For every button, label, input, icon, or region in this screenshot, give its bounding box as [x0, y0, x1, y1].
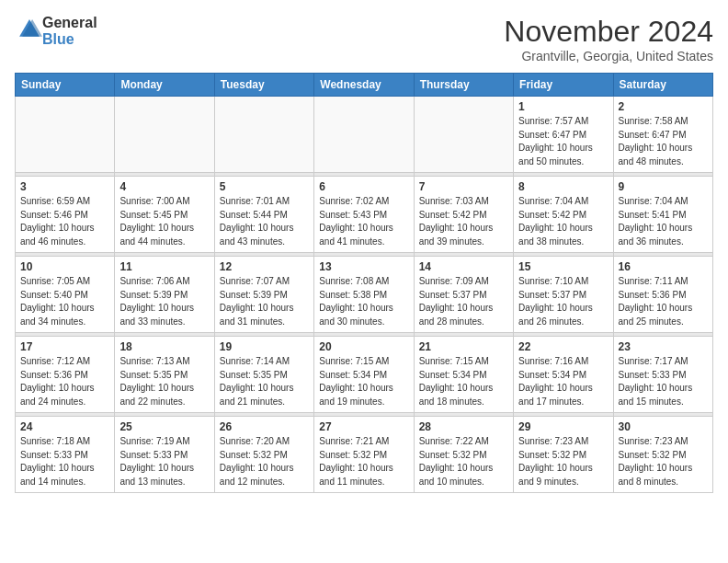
calendar-cell-1-0: 3Sunrise: 6:59 AM Sunset: 5:46 PM Daylig…	[16, 177, 115, 253]
day-number: 4	[119, 180, 209, 193]
day-info: Sunrise: 7:09 AM Sunset: 5:37 PM Dayligh…	[419, 275, 508, 328]
day-info: Sunrise: 7:12 AM Sunset: 5:36 PM Dayligh…	[20, 355, 109, 408]
week-row-2: 3Sunrise: 6:59 AM Sunset: 5:46 PM Daylig…	[16, 177, 713, 253]
day-info: Sunrise: 7:00 AM Sunset: 5:45 PM Dayligh…	[119, 195, 209, 248]
week-row-5: 24Sunrise: 7:18 AM Sunset: 5:33 PM Dayli…	[16, 417, 713, 493]
calendar-cell-1-4: 7Sunrise: 7:03 AM Sunset: 5:42 PM Daylig…	[414, 177, 513, 253]
day-number: 8	[518, 180, 608, 193]
day-info: Sunrise: 7:01 AM Sunset: 5:44 PM Dayligh…	[220, 195, 309, 248]
day-info: Sunrise: 7:08 AM Sunset: 5:38 PM Dayligh…	[319, 275, 408, 328]
location: Grantville, Georgia, United States	[504, 49, 713, 63]
calendar-cell-2-2: 12Sunrise: 7:07 AM Sunset: 5:39 PM Dayli…	[214, 257, 313, 333]
day-number: 6	[319, 180, 408, 193]
day-number: 20	[319, 340, 408, 353]
day-number: 2	[619, 100, 708, 113]
calendar-cell-3-3: 20Sunrise: 7:15 AM Sunset: 5:34 PM Dayli…	[314, 337, 414, 413]
calendar-cell-4-6: 30Sunrise: 7:23 AM Sunset: 5:32 PM Dayli…	[613, 417, 712, 493]
day-number: 26	[220, 420, 309, 433]
weekday-header-sunday: Sunday	[16, 74, 115, 97]
day-number: 23	[619, 340, 708, 353]
calendar-cell-2-3: 13Sunrise: 7:08 AM Sunset: 5:38 PM Dayli…	[314, 257, 414, 333]
day-info: Sunrise: 7:21 AM Sunset: 5:32 PM Dayligh…	[319, 435, 408, 488]
day-number: 13	[319, 260, 408, 273]
calendar-cell-2-0: 10Sunrise: 7:05 AM Sunset: 5:40 PM Dayli…	[16, 257, 115, 333]
weekday-header-monday: Monday	[115, 74, 214, 97]
calendar-cell-2-6: 16Sunrise: 7:11 AM Sunset: 5:36 PM Dayli…	[613, 257, 712, 333]
day-number: 18	[119, 340, 209, 353]
calendar-cell-2-4: 14Sunrise: 7:09 AM Sunset: 5:37 PM Dayli…	[414, 257, 513, 333]
week-row-4: 17Sunrise: 7:12 AM Sunset: 5:36 PM Dayli…	[16, 337, 713, 413]
day-number: 24	[20, 420, 109, 433]
calendar-cell-0-2	[214, 97, 313, 173]
calendar-cell-0-5: 1Sunrise: 7:57 AM Sunset: 6:47 PM Daylig…	[514, 97, 613, 173]
logo-icon	[17, 17, 42, 42]
week-row-1: 1Sunrise: 7:57 AM Sunset: 6:47 PM Daylig…	[16, 97, 713, 173]
calendar-cell-4-3: 27Sunrise: 7:21 AM Sunset: 5:32 PM Dayli…	[314, 417, 414, 493]
day-info: Sunrise: 7:10 AM Sunset: 5:37 PM Dayligh…	[518, 275, 608, 328]
calendar-cell-1-3: 6Sunrise: 7:02 AM Sunset: 5:43 PM Daylig…	[314, 177, 414, 253]
day-info: Sunrise: 7:03 AM Sunset: 5:42 PM Dayligh…	[419, 195, 508, 248]
calendar-table: SundayMondayTuesdayWednesdayThursdayFrid…	[15, 73, 713, 493]
day-number: 29	[518, 420, 608, 433]
day-number: 21	[419, 340, 508, 353]
calendar-cell-3-6: 23Sunrise: 7:17 AM Sunset: 5:33 PM Dayli…	[613, 337, 712, 413]
day-number: 16	[619, 260, 708, 273]
day-info: Sunrise: 7:23 AM Sunset: 5:32 PM Dayligh…	[518, 435, 608, 488]
calendar-cell-4-2: 26Sunrise: 7:20 AM Sunset: 5:32 PM Dayli…	[214, 417, 313, 493]
day-number: 1	[518, 100, 608, 113]
day-info: Sunrise: 7:02 AM Sunset: 5:43 PM Dayligh…	[319, 195, 408, 248]
logo-text-general: General	[42, 15, 97, 31]
calendar-cell-0-6: 2Sunrise: 7:58 AM Sunset: 6:47 PM Daylig…	[613, 97, 712, 173]
calendar-cell-0-1	[115, 97, 214, 173]
weekday-header-friday: Friday	[514, 74, 613, 97]
day-info: Sunrise: 7:57 AM Sunset: 6:47 PM Dayligh…	[518, 115, 608, 168]
weekday-header-saturday: Saturday	[613, 74, 712, 97]
title-block: November 2024 Grantville, Georgia, Unite…	[504, 15, 713, 63]
calendar-cell-3-5: 22Sunrise: 7:16 AM Sunset: 5:34 PM Dayli…	[514, 337, 613, 413]
day-info: Sunrise: 7:16 AM Sunset: 5:34 PM Dayligh…	[518, 355, 608, 408]
day-info: Sunrise: 7:19 AM Sunset: 5:33 PM Dayligh…	[119, 435, 209, 488]
calendar-cell-1-5: 8Sunrise: 7:04 AM Sunset: 5:42 PM Daylig…	[514, 177, 613, 253]
day-info: Sunrise: 6:59 AM Sunset: 5:46 PM Dayligh…	[20, 195, 109, 248]
day-info: Sunrise: 7:15 AM Sunset: 5:34 PM Dayligh…	[419, 355, 508, 408]
day-number: 14	[419, 260, 508, 273]
month-title: November 2024	[504, 15, 713, 49]
day-number: 7	[419, 180, 508, 193]
calendar-cell-2-1: 11Sunrise: 7:06 AM Sunset: 5:39 PM Dayli…	[115, 257, 214, 333]
day-number: 10	[20, 260, 109, 273]
day-info: Sunrise: 7:15 AM Sunset: 5:34 PM Dayligh…	[319, 355, 408, 408]
day-number: 30	[619, 420, 708, 433]
calendar-cell-4-0: 24Sunrise: 7:18 AM Sunset: 5:33 PM Dayli…	[16, 417, 115, 493]
calendar-cell-3-1: 18Sunrise: 7:13 AM Sunset: 5:35 PM Dayli…	[115, 337, 214, 413]
day-info: Sunrise: 7:17 AM Sunset: 5:33 PM Dayligh…	[619, 355, 708, 408]
calendar-cell-0-4	[414, 97, 513, 173]
day-info: Sunrise: 7:05 AM Sunset: 5:40 PM Dayligh…	[20, 275, 109, 328]
day-number: 25	[119, 420, 209, 433]
day-info: Sunrise: 7:07 AM Sunset: 5:39 PM Dayligh…	[220, 275, 309, 328]
calendar-cell-0-0	[16, 97, 115, 173]
day-number: 12	[220, 260, 309, 273]
calendar-cell-3-2: 19Sunrise: 7:14 AM Sunset: 5:35 PM Dayli…	[214, 337, 313, 413]
day-number: 5	[220, 180, 309, 193]
calendar-cell-4-4: 28Sunrise: 7:22 AM Sunset: 5:32 PM Dayli…	[414, 417, 513, 493]
weekday-header-row: SundayMondayTuesdayWednesdayThursdayFrid…	[16, 74, 713, 97]
day-number: 19	[220, 340, 309, 353]
calendar-cell-1-6: 9Sunrise: 7:04 AM Sunset: 5:41 PM Daylig…	[613, 177, 712, 253]
day-info: Sunrise: 7:04 AM Sunset: 5:41 PM Dayligh…	[619, 195, 708, 248]
day-info: Sunrise: 7:06 AM Sunset: 5:39 PM Dayligh…	[119, 275, 209, 328]
day-info: Sunrise: 7:20 AM Sunset: 5:32 PM Dayligh…	[220, 435, 309, 488]
weekday-header-tuesday: Tuesday	[214, 74, 313, 97]
week-row-3: 10Sunrise: 7:05 AM Sunset: 5:40 PM Dayli…	[16, 257, 713, 333]
day-info: Sunrise: 7:22 AM Sunset: 5:32 PM Dayligh…	[419, 435, 508, 488]
day-info: Sunrise: 7:04 AM Sunset: 5:42 PM Dayligh…	[518, 195, 608, 248]
calendar-cell-2-5: 15Sunrise: 7:10 AM Sunset: 5:37 PM Dayli…	[514, 257, 613, 333]
calendar-cell-4-5: 29Sunrise: 7:23 AM Sunset: 5:32 PM Dayli…	[514, 417, 613, 493]
day-number: 9	[619, 180, 708, 193]
day-info: Sunrise: 7:11 AM Sunset: 5:36 PM Dayligh…	[619, 275, 708, 328]
day-number: 17	[20, 340, 109, 353]
calendar-cell-3-0: 17Sunrise: 7:12 AM Sunset: 5:36 PM Dayli…	[16, 337, 115, 413]
day-number: 15	[518, 260, 608, 273]
day-number: 3	[20, 180, 109, 193]
weekday-header-wednesday: Wednesday	[314, 74, 414, 97]
calendar-cell-3-4: 21Sunrise: 7:15 AM Sunset: 5:34 PM Dayli…	[414, 337, 513, 413]
